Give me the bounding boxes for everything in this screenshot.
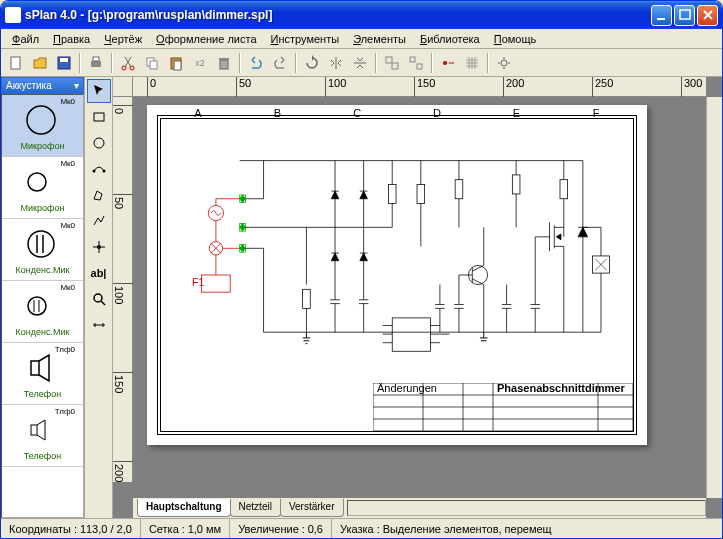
grid-button[interactable] xyxy=(461,52,483,74)
app-window: sPlan 4.0 - [g:\program\rusplan\dimmer.s… xyxy=(0,0,723,539)
svg-rect-14 xyxy=(219,58,229,60)
settings-button[interactable] xyxy=(493,52,515,74)
ungroup-button[interactable] xyxy=(405,52,427,74)
window-title: sPlan 4.0 - [g:\program\rusplan\dimmer.s… xyxy=(25,8,651,22)
canvas-viewport[interactable]: ABCDEF xyxy=(133,97,722,498)
svg-rect-29 xyxy=(31,361,39,375)
svg-rect-15 xyxy=(386,57,392,63)
line-tool[interactable] xyxy=(87,209,111,233)
window-buttons xyxy=(651,5,718,26)
cut-button[interactable] xyxy=(117,52,139,74)
status-coords: Координаты : 113,0 / 2,0 xyxy=(1,519,141,538)
library-item[interactable]: Мк0 Микрофон xyxy=(2,157,83,219)
library-item[interactable]: Мк0 Конденс.Мик xyxy=(2,281,83,343)
library-item[interactable]: Мк0 Микрофон xyxy=(2,95,83,157)
svg-rect-81 xyxy=(560,180,568,199)
titleblock: Änderungen Phasenabschnittdimmer xyxy=(373,383,633,431)
menu-library[interactable]: Библиотека xyxy=(413,31,487,47)
svg-point-32 xyxy=(94,138,104,148)
close-button[interactable] xyxy=(697,5,718,26)
scrollbar-vertical[interactable] xyxy=(706,97,722,498)
drawing-page[interactable]: ABCDEF xyxy=(147,105,647,445)
polygon-tool[interactable] xyxy=(87,183,111,207)
canvas-area: 0 50 100 150 200 250 300 0 50 100 150 20… xyxy=(113,77,722,518)
library-category-dropdown[interactable]: Аккустика xyxy=(1,77,84,94)
bottom-bar: Hauptschaltung Netzteil Verstärker xyxy=(133,498,706,518)
duplicate-button[interactable]: x2 xyxy=(189,52,211,74)
library-item[interactable]: Мк0 Конденс.Мик xyxy=(2,219,83,281)
svg-rect-13 xyxy=(220,60,228,69)
svg-rect-78 xyxy=(512,175,520,194)
menu-file[interactable]: Файл xyxy=(5,31,46,47)
svg-point-23 xyxy=(28,231,54,257)
schematic-drawing: F1 xyxy=(173,131,621,419)
measure-tool[interactable] xyxy=(87,313,111,337)
menu-elements[interactable]: Элементы xyxy=(346,31,413,47)
separator xyxy=(431,53,433,73)
svg-point-22 xyxy=(28,173,46,191)
special-shape-tool[interactable] xyxy=(87,157,111,181)
main-area: Аккустика Мк0 Микрофон Мк0 Микрофон Мк0 … xyxy=(1,77,722,518)
menu-tools[interactable]: Инструменты xyxy=(264,31,347,47)
paste-button[interactable] xyxy=(165,52,187,74)
open-button[interactable] xyxy=(29,52,51,74)
toolbar: x2 xyxy=(1,49,722,77)
svg-rect-69 xyxy=(388,184,396,203)
svg-rect-122 xyxy=(392,318,430,351)
menu-edit[interactable]: Правка xyxy=(46,31,97,47)
separator xyxy=(375,53,377,73)
svg-rect-0 xyxy=(657,18,665,20)
status-hint: Указка : Выделение элементов, перемещ xyxy=(332,519,722,538)
library-items: Мк0 Микрофон Мк0 Микрофон Мк0 Конденс.Ми… xyxy=(1,94,84,518)
statusbar: Координаты : 113,0 / 2,0 Сетка : 1,0 мм … xyxy=(1,518,722,538)
svg-rect-45 xyxy=(202,275,231,292)
zoom-tool[interactable] xyxy=(87,287,111,311)
delete-button[interactable] xyxy=(213,52,235,74)
scrollbar-horizontal[interactable] xyxy=(347,500,707,516)
mirror-h-button[interactable] xyxy=(325,52,347,74)
separator xyxy=(239,53,241,73)
svg-rect-5 xyxy=(91,61,101,67)
print-button[interactable] xyxy=(85,52,107,74)
undo-button[interactable] xyxy=(245,52,267,74)
svg-rect-30 xyxy=(31,425,37,435)
maximize-button[interactable] xyxy=(674,5,695,26)
page-tab[interactable]: Hauptschaltung xyxy=(137,499,231,517)
menu-drawing[interactable]: Чертёж xyxy=(97,31,149,47)
redo-button[interactable] xyxy=(269,52,291,74)
page-tab[interactable]: Verstärker xyxy=(280,499,344,517)
page-frame: ABCDEF xyxy=(157,115,637,435)
menu-help[interactable]: Помощь xyxy=(487,31,544,47)
rectangle-tool[interactable] xyxy=(87,105,111,129)
library-item[interactable]: Тлф0 Телефон xyxy=(2,405,83,467)
svg-point-26 xyxy=(28,297,46,315)
mirror-v-button[interactable] xyxy=(349,52,371,74)
app-icon xyxy=(5,7,21,23)
svg-text:Änderungen: Änderungen xyxy=(377,383,437,394)
page-tab[interactable]: Netzteil xyxy=(230,499,281,517)
separator xyxy=(487,53,489,73)
separator xyxy=(79,53,81,73)
node-tool[interactable] xyxy=(87,235,111,259)
page-frame-inner: F1 xyxy=(160,118,634,432)
new-button[interactable] xyxy=(5,52,27,74)
rotate-button[interactable] xyxy=(301,52,323,74)
svg-point-21 xyxy=(27,106,55,134)
copy-button[interactable] xyxy=(141,52,163,74)
library-item[interactable]: Тлф0 Телефон xyxy=(2,343,83,405)
menu-page-layout[interactable]: Оформление листа xyxy=(149,31,263,47)
pointer-tool[interactable] xyxy=(87,79,111,103)
column-headers: ABCDEF xyxy=(158,107,636,115)
svg-rect-2 xyxy=(11,57,20,69)
svg-rect-31 xyxy=(94,113,104,121)
circle-tool[interactable] xyxy=(87,131,111,155)
text-tool[interactable]: ab| xyxy=(87,261,111,285)
minimize-button[interactable] xyxy=(651,5,672,26)
save-button[interactable] xyxy=(53,52,75,74)
svg-point-36 xyxy=(94,294,102,302)
status-grid: Сетка : 1,0 мм xyxy=(141,519,230,538)
separator xyxy=(111,53,113,73)
group-button[interactable] xyxy=(381,52,403,74)
drawing-tools: ab| xyxy=(85,77,113,518)
snap-button[interactable] xyxy=(437,52,459,74)
